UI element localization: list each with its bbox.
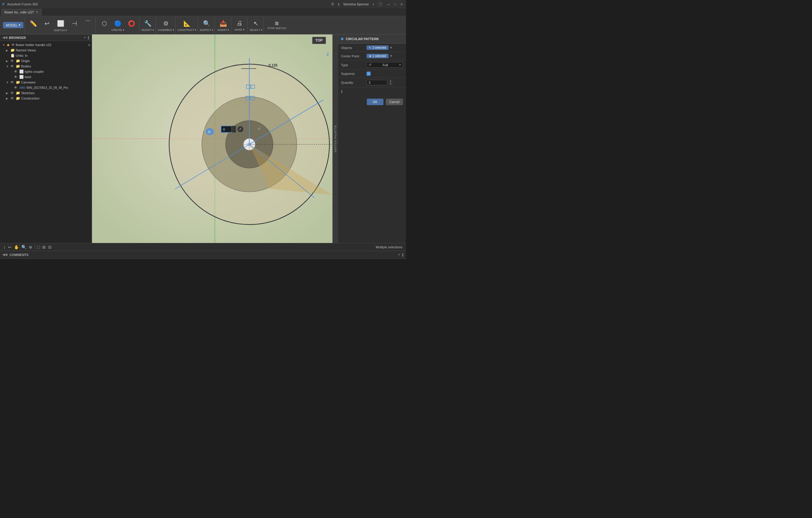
app-title: Autodesk Fusion 360 — [7, 2, 38, 6]
minimize-button[interactable]: — — [386, 2, 390, 6]
sketch-group: ✏️ ↩ ⬜ ⊣ ⌒ — [27, 19, 94, 28]
viewport-view3-icon[interactable]: ⊟ — [48, 245, 52, 249]
svg-text:0.125: 0.125 — [269, 63, 278, 67]
sketch-btn-line[interactable]: ⬜ — [54, 19, 67, 28]
tree-label-named-views: Named Views — [16, 48, 90, 52]
model-button[interactable]: MODEL ▾ — [3, 22, 24, 28]
viewport-undo-icon[interactable]: ↩ — [8, 245, 11, 249]
tree-arrow-root: ▼ — [2, 44, 6, 47]
sketch-btn-finish[interactable]: ↩ — [40, 19, 53, 28]
cp-quantity-input[interactable] — [367, 80, 387, 85]
tree-item-named-views[interactable]: ▶ 📁 Named Views — [0, 48, 92, 53]
create-btn-extrude[interactable]: ⬡ — [98, 19, 111, 28]
construct-icon: 📐 — [183, 20, 191, 27]
tree-eye-canvas-image[interactable]: 👁 — [14, 85, 18, 90]
comments-add-icon[interactable]: + — [398, 253, 400, 256]
viewport-pan-icon[interactable]: ✋ — [14, 245, 19, 249]
select-label: SELECT ▾ — [250, 28, 262, 31]
svg-text:↺: ↺ — [239, 127, 241, 131]
canvas-area[interactable]: ✓ ✓ 8 : ↺ ◎ ✓ 0.12 — [92, 34, 338, 243]
cp-quantity-up[interactable]: ▲ — [388, 80, 393, 82]
comments-collapse-icon[interactable]: ‖ — [402, 253, 404, 256]
tree-item-root[interactable]: ▼ ◆ 👁 flower holder handle v22 ⚙ — [0, 42, 92, 48]
viewport-view1-icon[interactable]: □ — [37, 245, 40, 249]
tree-eye-canvases[interactable]: 👁 — [10, 80, 14, 84]
create-btn-revolve[interactable]: 🔵 — [111, 19, 124, 28]
inspect-label: INSPECT ▾ — [200, 28, 213, 31]
viewport-zoom-icon[interactable]: 🔍 — [21, 245, 26, 249]
tree-item-units[interactable]: ▶ 📋 Units: in — [0, 53, 92, 58]
comments-back-icon[interactable]: ◀◀ — [2, 253, 7, 256]
cp-objects-clear-button[interactable]: ✕ — [390, 46, 393, 50]
viewport-view2-icon[interactable]: ⊞ — [42, 245, 46, 249]
cp-suppress-checkbox[interactable]: ✓ — [367, 72, 371, 76]
cp-ok-button[interactable]: OK — [367, 99, 383, 105]
sketch-arc-icon: ⌒ — [85, 19, 91, 27]
inspect-btn[interactable]: 🔍 — [200, 19, 213, 28]
maximize-button[interactable]: □ — [393, 2, 397, 6]
cp-center-point-clear-button[interactable]: ✕ — [390, 54, 393, 58]
sketch-btn-create[interactable]: ✏️ — [27, 19, 40, 28]
user-dropdown-icon[interactable]: ▾ — [373, 3, 374, 6]
tree-item-sketches[interactable]: ▶ 👁 📁 Sketches — [0, 90, 92, 96]
viewport-move-icon[interactable]: ↕ — [4, 245, 6, 249]
user-name[interactable]: Veronica Spencer — [343, 2, 369, 6]
tree-settings-icon[interactable]: ⚙ — [88, 44, 90, 47]
tree-eye-bodies[interactable]: 👁 — [10, 64, 14, 68]
sketch-palette[interactable]: SKETCH PALETTE — [332, 34, 338, 243]
circular-pattern-title: CIRCULAR PATTERN — [346, 37, 379, 41]
tree-item-bodies[interactable]: ▼ 👁 📁 Bodies — [0, 63, 92, 69]
sketch-line-icon: ⬜ — [57, 20, 64, 27]
browser-collapse-icon[interactable]: ‖ — [88, 36, 89, 39]
title-left: F Autodesk Fusion 360 — [2, 2, 38, 6]
create-btn-sphere[interactable]: ⭕ — [125, 19, 138, 28]
tree-eye-lights-coupler[interactable]: 👁 — [14, 70, 18, 74]
tree-icon-body-lights: ⬜ — [19, 70, 24, 74]
tab-close-button[interactable]: ✕ — [36, 11, 38, 13]
sketch-btn-arc[interactable]: ⌒ — [81, 19, 94, 28]
cp-cancel-button[interactable]: Cancel — [386, 99, 403, 105]
sketch-btn-offset[interactable]: ⊣ — [68, 19, 81, 28]
comments-title: COMMENTS — [9, 253, 28, 256]
tree-eye-sketches[interactable]: 👁 — [10, 91, 14, 95]
cp-quantity-down[interactable]: ▼ — [388, 83, 393, 85]
tree-item-canvases[interactable]: ▼ 👁 📁 Canvases — [0, 80, 92, 85]
tree-eye-construction[interactable]: 👁 — [10, 96, 14, 100]
tree-eye-origin[interactable]: 👁 — [10, 59, 14, 63]
tree-eye-twist[interactable]: 👁 — [14, 75, 18, 79]
tree-item-origin[interactable]: ▶ 👁 📁 Origin — [0, 58, 92, 63]
tree-item-construction[interactable]: ▶ 👁 📁 Construction — [0, 96, 92, 101]
toolbar-section-inspect: 🔍 INSPECT ▾ — [199, 17, 215, 33]
browser-title: BROWSER — [9, 36, 26, 39]
close-button[interactable]: ✕ — [400, 2, 404, 6]
modify-btn[interactable]: 🔧 — [141, 19, 154, 28]
tree-item-canvas-image[interactable]: ▶ 👁 IMG WIN_20170813_15_09_39_Pro — [0, 85, 92, 90]
help-button[interactable]: ? — [378, 1, 383, 7]
tree-item-lights-coupler[interactable]: ▶ 👁 ⬜ lights coupler — [0, 69, 92, 74]
stop-sketch-button[interactable]: ⊠ STOP SKETCH — [266, 20, 288, 31]
cp-label-suppress: Suppress — [341, 72, 365, 76]
toolbar-section-insert: 📥 INSERT ▾ — [215, 17, 231, 33]
create-sphere-icon: ⭕ — [128, 20, 135, 27]
make-btn[interactable]: 🖨 — [233, 19, 246, 28]
toolbar-section-modify: 🔧 MODIFY ▾ — [140, 17, 156, 33]
browser-plus-icon[interactable]: + — [84, 36, 86, 39]
insert-btn[interactable]: 📥 — [216, 19, 230, 28]
insert-group: 📥 — [216, 19, 230, 28]
viewport-fit-icon[interactable]: ⊕ — [29, 245, 32, 249]
cp-center-point-selected-button[interactable]: ⊕ 1 selected — [367, 54, 388, 58]
tree-item-twist[interactable]: ▶ 👁 ⬜ twist — [0, 74, 92, 80]
tab-flower-handle[interactable]: flower ho...ndle v22* ✕ — [1, 9, 41, 16]
select-btn[interactable]: ↖ — [249, 19, 262, 28]
tree-arrow-lights-coupler: ▶ — [9, 70, 13, 73]
tree-eye-root[interactable]: 👁 — [11, 43, 15, 47]
cp-objects-selected-button[interactable]: ↖ 2 selected — [367, 46, 388, 50]
browser-back-icon[interactable]: ◀◀ — [2, 36, 7, 39]
modify-group: 🔧 — [141, 19, 154, 28]
cp-type-dropdown[interactable]: ↺ Full ▾ — [367, 62, 403, 68]
construct-btn[interactable]: 📐 — [180, 19, 194, 28]
select-group: ↖ — [249, 19, 262, 28]
statusbar-message: Multiple selections — [376, 245, 402, 249]
cp-footer: OK Cancel — [338, 96, 406, 108]
assemble-btn[interactable]: ⚙ — [160, 19, 172, 28]
